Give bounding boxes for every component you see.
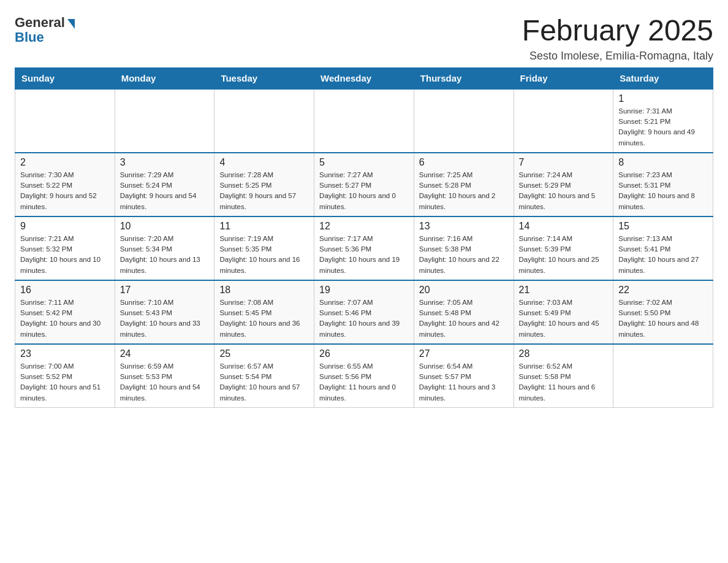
day-number: 15 <box>618 221 708 232</box>
day-number: 1 <box>618 93 708 104</box>
calendar-cell: 14Sunrise: 7:14 AM Sunset: 5:39 PM Dayli… <box>514 216 613 280</box>
calendar-week-row: 9Sunrise: 7:21 AM Sunset: 5:32 PM Daylig… <box>15 216 713 280</box>
calendar-cell <box>15 89 115 153</box>
day-number: 26 <box>319 348 409 359</box>
day-number: 28 <box>519 348 609 359</box>
day-info: Sunrise: 7:29 AM Sunset: 5:24 PM Dayligh… <box>120 170 210 212</box>
day-info: Sunrise: 7:11 AM Sunset: 5:42 PM Dayligh… <box>20 297 110 340</box>
weekday-header-row: SundayMondayTuesdayWednesdayThursdayFrid… <box>15 67 713 89</box>
calendar-week-row: 2Sunrise: 7:30 AM Sunset: 5:22 PM Daylig… <box>15 153 713 216</box>
day-number: 2 <box>20 157 110 168</box>
calendar-cell: 11Sunrise: 7:19 AM Sunset: 5:35 PM Dayli… <box>214 216 314 280</box>
day-info: Sunrise: 7:27 AM Sunset: 5:27 PM Dayligh… <box>319 170 409 212</box>
calendar-cell: 19Sunrise: 7:07 AM Sunset: 5:46 PM Dayli… <box>314 280 414 344</box>
logo-blue-text: Blue <box>15 29 44 45</box>
calendar-cell: 6Sunrise: 7:25 AM Sunset: 5:28 PM Daylig… <box>414 153 514 216</box>
day-info: Sunrise: 7:07 AM Sunset: 5:46 PM Dayligh… <box>319 297 409 340</box>
day-info: Sunrise: 7:16 AM Sunset: 5:38 PM Dayligh… <box>419 234 509 276</box>
day-number: 22 <box>618 285 708 296</box>
calendar-cell: 9Sunrise: 7:21 AM Sunset: 5:32 PM Daylig… <box>15 216 115 280</box>
day-info: Sunrise: 7:30 AM Sunset: 5:22 PM Dayligh… <box>20 170 110 212</box>
calendar-cell: 22Sunrise: 7:02 AM Sunset: 5:50 PM Dayli… <box>613 280 713 344</box>
day-number: 11 <box>219 221 309 232</box>
calendar-cell: 26Sunrise: 6:55 AM Sunset: 5:56 PM Dayli… <box>314 344 414 408</box>
calendar-cell <box>414 89 514 153</box>
day-number: 10 <box>120 221 210 232</box>
day-info: Sunrise: 7:05 AM Sunset: 5:48 PM Dayligh… <box>419 297 509 340</box>
location-text: Sesto Imolese, Emilia-Romagna, Italy <box>522 50 713 63</box>
day-info: Sunrise: 6:57 AM Sunset: 5:54 PM Dayligh… <box>219 361 309 404</box>
day-number: 17 <box>120 285 210 296</box>
calendar-cell: 28Sunrise: 6:52 AM Sunset: 5:58 PM Dayli… <box>514 344 613 408</box>
weekday-header-sunday: Sunday <box>15 67 115 89</box>
calendar-week-row: 16Sunrise: 7:11 AM Sunset: 5:42 PM Dayli… <box>15 280 713 344</box>
calendar-cell <box>214 89 314 153</box>
day-info: Sunrise: 7:24 AM Sunset: 5:29 PM Dayligh… <box>519 170 609 212</box>
month-title: February 2025 <box>522 15 713 47</box>
day-info: Sunrise: 7:19 AM Sunset: 5:35 PM Dayligh… <box>219 234 309 276</box>
day-number: 8 <box>618 157 708 168</box>
page-header: General Blue February 2025 Sesto Imolese… <box>15 15 713 63</box>
calendar-cell: 16Sunrise: 7:11 AM Sunset: 5:42 PM Dayli… <box>15 280 115 344</box>
calendar-week-row: 23Sunrise: 7:00 AM Sunset: 5:52 PM Dayli… <box>15 344 713 408</box>
calendar-cell: 23Sunrise: 7:00 AM Sunset: 5:52 PM Dayli… <box>15 344 115 408</box>
title-section: February 2025 Sesto Imolese, Emilia-Roma… <box>522 15 713 63</box>
day-number: 25 <box>219 348 309 359</box>
calendar-cell: 21Sunrise: 7:03 AM Sunset: 5:49 PM Dayli… <box>514 280 613 344</box>
day-info: Sunrise: 7:14 AM Sunset: 5:39 PM Dayligh… <box>519 234 609 276</box>
day-info: Sunrise: 7:20 AM Sunset: 5:34 PM Dayligh… <box>120 234 210 276</box>
day-number: 3 <box>120 157 210 168</box>
day-info: Sunrise: 7:13 AM Sunset: 5:41 PM Dayligh… <box>618 234 708 276</box>
calendar-cell <box>314 89 414 153</box>
day-number: 23 <box>20 348 110 359</box>
calendar-cell: 2Sunrise: 7:30 AM Sunset: 5:22 PM Daylig… <box>15 153 115 216</box>
calendar-cell: 5Sunrise: 7:27 AM Sunset: 5:27 PM Daylig… <box>314 153 414 216</box>
weekday-header-saturday: Saturday <box>613 67 713 89</box>
day-info: Sunrise: 6:59 AM Sunset: 5:53 PM Dayligh… <box>120 361 210 404</box>
day-number: 21 <box>519 285 609 296</box>
calendar-cell: 15Sunrise: 7:13 AM Sunset: 5:41 PM Dayli… <box>613 216 713 280</box>
calendar-cell: 8Sunrise: 7:23 AM Sunset: 5:31 PM Daylig… <box>613 153 713 216</box>
calendar-cell: 20Sunrise: 7:05 AM Sunset: 5:48 PM Dayli… <box>414 280 514 344</box>
calendar-cell: 3Sunrise: 7:29 AM Sunset: 5:24 PM Daylig… <box>115 153 214 216</box>
weekday-header-tuesday: Tuesday <box>214 67 314 89</box>
day-info: Sunrise: 7:31 AM Sunset: 5:21 PM Dayligh… <box>618 106 708 148</box>
day-number: 13 <box>419 221 509 232</box>
day-number: 9 <box>20 221 110 232</box>
calendar-cell: 4Sunrise: 7:28 AM Sunset: 5:25 PM Daylig… <box>214 153 314 216</box>
day-number: 12 <box>319 221 409 232</box>
day-number: 20 <box>419 285 509 296</box>
logo: General Blue <box>15 15 75 45</box>
calendar-cell: 13Sunrise: 7:16 AM Sunset: 5:38 PM Dayli… <box>414 216 514 280</box>
calendar-cell: 25Sunrise: 6:57 AM Sunset: 5:54 PM Dayli… <box>214 344 314 408</box>
calendar-week-row: 1Sunrise: 7:31 AM Sunset: 5:21 PM Daylig… <box>15 89 713 153</box>
day-number: 27 <box>419 348 509 359</box>
day-info: Sunrise: 7:21 AM Sunset: 5:32 PM Dayligh… <box>20 234 110 276</box>
calendar-cell: 24Sunrise: 6:59 AM Sunset: 5:53 PM Dayli… <box>115 344 214 408</box>
day-info: Sunrise: 7:17 AM Sunset: 5:36 PM Dayligh… <box>319 234 409 276</box>
logo-general-text: General <box>15 15 65 31</box>
day-info: Sunrise: 7:02 AM Sunset: 5:50 PM Dayligh… <box>618 297 708 340</box>
day-info: Sunrise: 6:54 AM Sunset: 5:57 PM Dayligh… <box>419 361 509 404</box>
calendar-cell: 12Sunrise: 7:17 AM Sunset: 5:36 PM Dayli… <box>314 216 414 280</box>
calendar-cell: 10Sunrise: 7:20 AM Sunset: 5:34 PM Dayli… <box>115 216 214 280</box>
calendar-cell: 27Sunrise: 6:54 AM Sunset: 5:57 PM Dayli… <box>414 344 514 408</box>
day-info: Sunrise: 7:25 AM Sunset: 5:28 PM Dayligh… <box>419 170 509 212</box>
logo-arrow-icon <box>67 19 75 29</box>
day-number: 6 <box>419 157 509 168</box>
calendar-cell: 7Sunrise: 7:24 AM Sunset: 5:29 PM Daylig… <box>514 153 613 216</box>
day-info: Sunrise: 7:10 AM Sunset: 5:43 PM Dayligh… <box>120 297 210 340</box>
weekday-header-friday: Friday <box>514 67 613 89</box>
day-info: Sunrise: 6:52 AM Sunset: 5:58 PM Dayligh… <box>519 361 609 404</box>
calendar-table: SundayMondayTuesdayWednesdayThursdayFrid… <box>15 67 713 408</box>
calendar-cell <box>514 89 613 153</box>
calendar-cell: 18Sunrise: 7:08 AM Sunset: 5:45 PM Dayli… <box>214 280 314 344</box>
day-info: Sunrise: 7:08 AM Sunset: 5:45 PM Dayligh… <box>219 297 309 340</box>
weekday-header-monday: Monday <box>115 67 214 89</box>
calendar-cell: 17Sunrise: 7:10 AM Sunset: 5:43 PM Dayli… <box>115 280 214 344</box>
day-number: 18 <box>219 285 309 296</box>
weekday-header-thursday: Thursday <box>414 67 514 89</box>
day-info: Sunrise: 7:23 AM Sunset: 5:31 PM Dayligh… <box>618 170 708 212</box>
day-info: Sunrise: 7:03 AM Sunset: 5:49 PM Dayligh… <box>519 297 609 340</box>
calendar-cell <box>613 344 713 408</box>
